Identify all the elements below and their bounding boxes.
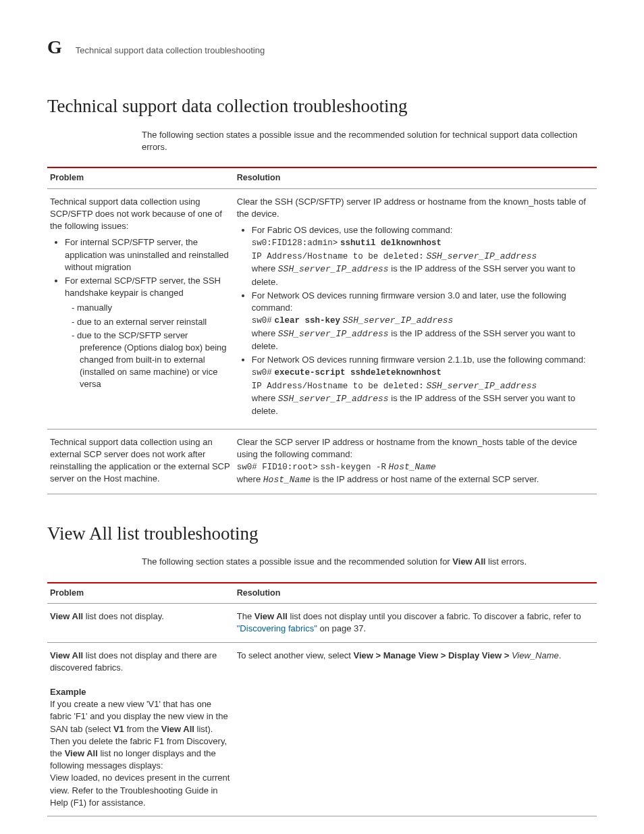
where-pre: where [252,263,275,273]
section-heading-tech-support: Technical support data collection troubl… [47,94,597,120]
table-row: View All list does not display and there… [47,642,597,816]
host-var: Host_Name [263,475,311,485]
fabric-intro: For Fabric OS devices, use the following… [252,225,453,235]
section-heading-view-all: View All list troubleshooting [47,521,597,547]
intro-pre: The following section states a possible … [142,556,452,567]
list-item: due to an external server reinstall [80,316,232,328]
where-pre: where [237,474,261,484]
command: sshutil delknownhost [340,238,441,248]
page-header: G Technical support data collection trou… [47,34,597,60]
col-resolution: Resolution [234,583,597,604]
list-item: For Fabric OS devices, use the following… [252,224,594,288]
list-item: For Network OS devices running firmware … [252,290,594,353]
command: ssh-keygen -R [320,463,386,472]
problem-lead: Technical support data collection using … [50,197,222,231]
table-row: Technical support data collection using … [47,429,597,494]
table-row: View All list does not display. The View… [47,604,597,642]
list-item-text: For external SCP/SFTP server, the SSH ha… [65,276,221,298]
example-label: Example [50,687,86,697]
res-lead: Clear the SSH (SCP/SFTP) server IP addre… [237,197,586,219]
problem-cell: Technical support data collection using … [47,429,234,494]
ex-b1: V1 [113,724,124,734]
problem-list: For internal SCP/SFTP server, the applic… [50,236,232,390]
view-all-table: Problem Resolution View All list does no… [47,582,597,816]
problem-cell: Technical support data collection using … [47,188,234,429]
prob-bold: View All [50,611,83,621]
ip-line: IP Address/Hostname to be deleted: [252,382,424,391]
res-pre: The [237,611,254,621]
ip-var: SSH_server_IP_address [426,381,537,391]
header-title: Technical support data collection troubl… [76,45,265,57]
resolution-cell: To select another view, select View > Ma… [234,642,597,816]
ip-var: SSH_server_IP_address [278,264,389,274]
example-msg: View loaded, no devices present in the c… [50,773,230,807]
ex-b2: View All [161,724,194,734]
prompt: sw0# [252,316,272,325]
menu-path: View > Manage View > Display View > [353,650,511,660]
prompt: sw0# [252,368,272,377]
res-post: . [559,650,562,660]
col-problem: Problem [47,583,234,604]
ex-mid1: from the [124,724,161,734]
col-resolution: Resolution [234,167,597,188]
xref-discovering-fabrics[interactable]: "Discovering fabrics" [237,623,317,633]
res-lead: Clear the SCP server IP address or hostn… [237,437,577,459]
list-item: For external SCP/SFTP server, the SSH ha… [65,275,232,391]
tech-support-table: Problem Resolution Technical support dat… [47,167,597,494]
list-item: For Network OS devices running firmware … [252,354,594,418]
res-post: on page 37. [317,623,366,633]
host-var: Host_Name [389,462,436,472]
table-row: Technical support data collection using … [47,188,597,429]
res-mid: list does not display until you discover… [288,611,581,621]
where-pre: where [252,393,275,403]
resolution-cell: The View All list does not display until… [234,604,597,642]
res-pre: To select another view, select [237,650,354,660]
net211-intro: For Network OS devices running firmware … [252,355,586,365]
where-pre: where [252,328,275,338]
res-bold: View All [254,611,288,621]
intro-bold: View All [452,556,485,567]
section2-intro: The following section states a possible … [142,556,597,568]
inner-list: manually due to an external server reins… [65,302,232,390]
list-item: due to the SCP/SFTP server preference (O… [80,330,232,391]
col-problem: Problem [47,167,234,188]
prob-bold: View All [50,650,83,660]
list-item: manually [80,302,232,314]
ip-var: SSH_server_IP_address [343,315,454,325]
where-post: is the IP address or host name of the ex… [313,474,539,484]
ip-line: IP Address/Hostname to be deleted: [252,252,424,261]
ip-var: SSH_server_IP_address [278,329,389,339]
prompt: sw0:FID128:admin> [252,238,338,248]
appendix-letter: G [47,34,62,60]
problem-cell: View All list does not display. [47,604,234,642]
prob-post: list does not display. [83,611,164,621]
ip-var: SSH_server_IP_address [278,394,389,404]
command: execute-script sshdeleteknownhost [274,368,441,377]
problem-cell: View All list does not display and there… [47,642,234,816]
section1-intro: The following section states a possible … [142,129,597,153]
list-item: For internal SCP/SFTP server, the applic… [65,236,232,273]
ip-var: SSH_server_IP_address [426,251,537,261]
resolution-list: For Fabric OS devices, use the following… [237,224,594,417]
command: clear ssh-key [274,316,340,325]
intro-post: list errors. [485,556,527,567]
resolution-cell: Clear the SSH (SCP/SFTP) server IP addre… [234,188,597,429]
prompt: sw0# FID10:root> [237,463,318,472]
view-name-var: View_Name [512,650,559,660]
net30-intro: For Network OS devices running firmware … [252,290,566,313]
ex-b3: View All [65,748,98,758]
resolution-cell: Clear the SCP server IP address or hostn… [234,429,597,494]
